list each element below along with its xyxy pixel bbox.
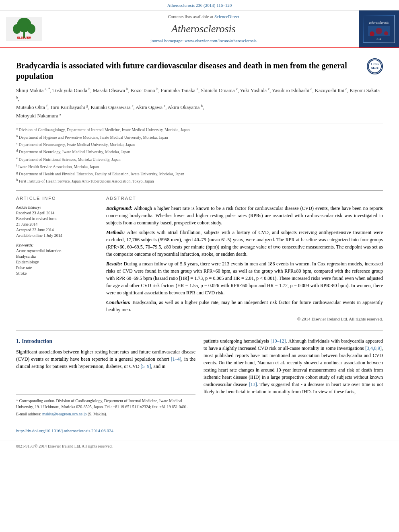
elsevier-logo: ELSEVIER [0, 10, 48, 47]
methods-label: Methods: [106, 230, 125, 235]
sciencedirect-line: Contents lists available at ScienceDirec… [168, 14, 239, 20]
author-sup-b4: b [16, 95, 18, 99]
citation-10-12: [10–12] [271, 338, 286, 344]
author-sup-c3: c [132, 104, 134, 108]
author-sup-a: a, * [45, 87, 50, 91]
journal-cover-art: atherosclerosis ◎ ◉ [363, 15, 395, 43]
citation-5-9: [5–9] [141, 364, 151, 369]
results-text: During a mean follow-up of 5.6 years, th… [106, 261, 383, 296]
issn-text: 0021-9150/© 2014 Elsevier Ireland Ltd. A… [16, 444, 113, 449]
history-label: Article history: [16, 205, 97, 210]
author-sup-b3: b [156, 87, 158, 91]
copyright-text: © 2014 Elsevier Ireland Ltd. All rights … [106, 316, 383, 322]
author-sup-c2: c [268, 87, 269, 91]
email-note: E-mail address: makita@seagreen.ocn.ne.j… [16, 411, 195, 417]
affil-f: f Iwate Health Service Association, Mori… [16, 163, 383, 170]
homepage-url[interactable]: www.elsevier.com/locate/atherosclerosis [185, 38, 257, 43]
journal-title: Atherosclerosis [171, 22, 236, 36]
author-sup-b1: b [88, 87, 90, 91]
sciencedirect-link[interactable]: ScienceDirect [214, 14, 239, 19]
affil-b: b Department of Hygiene and Preventive M… [16, 134, 383, 140]
keyword-1: Acute myocardial infarction [16, 248, 97, 254]
author-sup-c1: c [236, 87, 238, 91]
article-title: Bradycardia is associated with future ca… [16, 60, 383, 81]
svg-text:◎ ◉: ◎ ◉ [376, 38, 381, 40]
author-sup-d: d [311, 87, 313, 91]
journal-header-center: Contents lists available at ScienceDirec… [48, 10, 359, 47]
affil-g: g Department of Health and Physical Educ… [16, 170, 383, 177]
svg-text:ELSEVIER: ELSEVIER [17, 36, 31, 39]
intro-right-column: patients undergoing hemodialysis [10–12]… [204, 337, 383, 419]
intro-left-text: Significant associations between higher … [16, 348, 195, 370]
svg-text:Mark: Mark [371, 66, 379, 70]
journal-cover-image: atherosclerosis ◎ ◉ [359, 10, 399, 47]
author-sup-a2: a [197, 87, 198, 91]
article-content: Cross Mark Bradycardia is associated wit… [0, 48, 399, 331]
svg-point-9 [376, 28, 382, 34]
abstract-results: Results: During a mean follow-up of 5.6 … [106, 260, 383, 296]
svg-point-3 [27, 24, 35, 34]
crossmark-badge[interactable]: Cross Mark [367, 58, 383, 74]
intro-label: Introduction [22, 338, 52, 344]
divider-after-affiliations [16, 190, 383, 191]
affil-e: e Department of Nutritional Sciences, Mo… [16, 156, 383, 162]
abstract-background: Background: Although a higher heart rate… [106, 205, 383, 226]
revised-label: Received in revised form [16, 216, 97, 222]
svg-point-10 [384, 31, 388, 35]
background-text: Although a higher heart rate is known to… [106, 205, 383, 226]
body-section: 1. Introduction Significant associations… [0, 331, 399, 427]
author-sup-f: f [46, 104, 47, 108]
journal-citation-bar: Atherosclerosis 236 (2014) 116–120 [0, 0, 399, 10]
citation-13: [13] [249, 382, 257, 387]
journal-homepage: journal homepage: www.elsevier.com/locat… [150, 38, 257, 44]
revised-date: 21 June 2014 [16, 222, 97, 227]
doi-line: http://dx.doi.org/10.1016/j.atherosclero… [0, 426, 399, 435]
article-info-abstract: ARTICLE INFO Article history: Received 2… [16, 195, 383, 322]
abstract-methods: Methods: After subjects with atrial fibr… [106, 229, 383, 258]
methods-text: After subjects with atrial fibrillation,… [106, 230, 383, 257]
bottom-bar: 0021-9150/© 2014 Elsevier Ireland Ltd. A… [0, 440, 399, 452]
journal-header: ELSEVIER Contents lists available at Sci… [0, 10, 399, 48]
homepage-label: journal homepage: [150, 38, 183, 43]
authors-list: Shinji Makita a, *, Toshiyuki Onoda b, M… [16, 86, 383, 120]
available-date: Available online 1 July 2014 [16, 233, 97, 238]
intro-left-column: 1. Introduction Significant associations… [16, 337, 195, 419]
abstract-label: ABSTRACT [106, 195, 383, 201]
abstract-column: ABSTRACT Background: Although a higher h… [106, 195, 383, 322]
article-info-column: ARTICLE INFO Article history: Received 2… [16, 195, 97, 322]
affil-d: d Department of Neurology, Iwate Medical… [16, 148, 383, 155]
email-label: E-mail address: [16, 412, 42, 416]
citation-1-4: [1–4] [171, 356, 181, 362]
conclusion-label: Conclusion: [106, 300, 131, 305]
footnotes-block: * Corresponding author. Division of Card… [16, 394, 195, 417]
email-owner: (S. Makita). [88, 412, 107, 416]
conclusion-text: Bradycardia, as well as a higher pulse r… [106, 300, 383, 312]
abstract-text: Background: Although a higher heart rate… [106, 205, 383, 322]
author-sup-e: e [346, 87, 347, 91]
svg-text:atherosclerosis: atherosclerosis [369, 21, 388, 25]
affil-c: c Department of Neurosurgery, Iwate Medi… [16, 141, 383, 148]
background-label: Background: [106, 205, 132, 211]
svg-text:Cross: Cross [371, 62, 378, 66]
svg-point-8 [370, 31, 374, 36]
intro-right-text: patients undergoing hemodialysis [10–12]… [204, 337, 383, 395]
affil-a: a Division of Cardioangiology, Departmen… [16, 126, 383, 133]
sciencedirect-prefix: Contents lists available at [168, 14, 214, 19]
keyword-5: Stroke [16, 271, 97, 276]
email-link[interactable]: makita@seagreen.ocn.ne.jp [42, 412, 87, 416]
intro-number: 1. [16, 338, 21, 344]
article-info-label: ARTICLE INFO [16, 195, 97, 201]
crossmark-icon: Cross Mark [367, 58, 383, 74]
intro-title: 1. Introduction [16, 337, 195, 345]
keyword-3: Epidemiology [16, 259, 97, 265]
without-text: without [354, 374, 368, 380]
svg-point-2 [13, 24, 21, 34]
keyword-4: Pulse rate [16, 265, 97, 271]
citation-3489: [3,4,8,9] [365, 345, 382, 351]
author-sup-a3: a [60, 112, 61, 116]
journal-citation: Atherosclerosis 236 (2014) 116–120 [167, 3, 232, 8]
doi-link[interactable]: http://dx.doi.org/10.1016/j.atherosclero… [16, 428, 113, 433]
results-label: Results: [106, 261, 122, 267]
received-date: Received 23 April 2014 [16, 210, 97, 216]
affiliations-list: a Division of Cardioangiology, Departmen… [16, 123, 383, 185]
